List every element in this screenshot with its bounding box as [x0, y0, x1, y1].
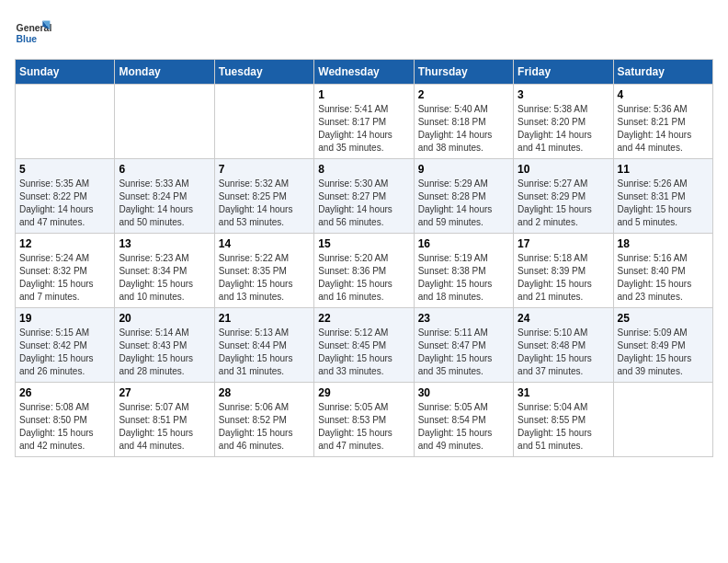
day-of-week-header: Saturday: [613, 60, 712, 85]
day-number: 23: [418, 312, 509, 325]
day-of-week-header: Tuesday: [214, 60, 313, 85]
day-info: Sunrise: 5:06 AM Sunset: 8:52 PM Dayligh…: [219, 401, 310, 453]
day-info: Sunrise: 5:30 AM Sunset: 8:27 PM Dayligh…: [318, 178, 409, 229]
day-info: Sunrise: 5:20 AM Sunset: 8:36 PM Dayligh…: [318, 252, 409, 304]
day-number: 9: [418, 163, 509, 176]
day-info: Sunrise: 5:10 AM Sunset: 8:48 PM Dayligh…: [518, 327, 609, 378]
calendar-day-cell: 23Sunrise: 5:11 AM Sunset: 8:47 PM Dayli…: [414, 308, 513, 383]
day-number: 18: [618, 237, 709, 250]
calendar-day-cell: 16Sunrise: 5:19 AM Sunset: 8:38 PM Dayli…: [414, 234, 513, 308]
day-number: 28: [219, 386, 310, 399]
calendar-week-row: 1Sunrise: 5:41 AM Sunset: 8:17 PM Daylig…: [16, 85, 713, 159]
day-number: 12: [19, 237, 110, 250]
calendar-week-row: 12Sunrise: 5:24 AM Sunset: 8:32 PM Dayli…: [16, 234, 713, 308]
day-info: Sunrise: 5:05 AM Sunset: 8:53 PM Dayligh…: [318, 401, 409, 453]
day-number: 13: [119, 237, 210, 250]
day-info: Sunrise: 5:36 AM Sunset: 8:21 PM Dayligh…: [618, 103, 709, 155]
day-info: Sunrise: 5:11 AM Sunset: 8:47 PM Dayligh…: [418, 327, 509, 378]
calendar-day-cell: 10Sunrise: 5:27 AM Sunset: 8:29 PM Dayli…: [514, 159, 613, 234]
calendar-day-cell: [613, 383, 712, 457]
calendar-day-cell: 9Sunrise: 5:29 AM Sunset: 8:28 PM Daylig…: [414, 159, 513, 234]
calendar-day-cell: 25Sunrise: 5:09 AM Sunset: 8:49 PM Dayli…: [613, 308, 712, 383]
day-number: 17: [518, 237, 609, 250]
day-info: Sunrise: 5:29 AM Sunset: 8:28 PM Dayligh…: [418, 178, 509, 229]
day-number: 30: [418, 386, 509, 399]
day-number: 15: [318, 237, 409, 250]
day-info: Sunrise: 5:23 AM Sunset: 8:34 PM Dayligh…: [119, 252, 210, 304]
calendar-day-cell: 18Sunrise: 5:16 AM Sunset: 8:40 PM Dayli…: [613, 234, 712, 308]
calendar-day-cell: 29Sunrise: 5:05 AM Sunset: 8:53 PM Dayli…: [314, 383, 414, 457]
calendar-day-cell: 22Sunrise: 5:12 AM Sunset: 8:45 PM Dayli…: [314, 308, 414, 383]
day-number: 21: [219, 312, 310, 325]
day-info: Sunrise: 5:26 AM Sunset: 8:31 PM Dayligh…: [618, 178, 709, 229]
calendar-day-cell: 31Sunrise: 5:04 AM Sunset: 8:55 PM Dayli…: [514, 383, 613, 457]
calendar-day-cell: 24Sunrise: 5:10 AM Sunset: 8:48 PM Dayli…: [514, 308, 613, 383]
calendar-day-cell: 4Sunrise: 5:36 AM Sunset: 8:21 PM Daylig…: [613, 85, 712, 159]
day-info: Sunrise: 5:38 AM Sunset: 8:20 PM Dayligh…: [518, 103, 609, 155]
calendar-day-cell: 1Sunrise: 5:41 AM Sunset: 8:17 PM Daylig…: [314, 85, 414, 159]
day-number: 1: [318, 88, 409, 101]
day-of-week-header: Sunday: [16, 60, 115, 85]
calendar-day-cell: 15Sunrise: 5:20 AM Sunset: 8:36 PM Dayli…: [314, 234, 414, 308]
day-info: Sunrise: 5:08 AM Sunset: 8:50 PM Dayligh…: [19, 401, 110, 453]
calendar-day-cell: 13Sunrise: 5:23 AM Sunset: 8:34 PM Dayli…: [115, 234, 214, 308]
day-info: Sunrise: 5:18 AM Sunset: 8:39 PM Dayligh…: [518, 252, 609, 304]
day-number: 5: [19, 163, 110, 176]
calendar-day-cell: 20Sunrise: 5:14 AM Sunset: 8:43 PM Dayli…: [115, 308, 214, 383]
page-header: General Blue: [15, 15, 713, 52]
calendar-day-cell: 12Sunrise: 5:24 AM Sunset: 8:32 PM Dayli…: [16, 234, 115, 308]
calendar-day-cell: 21Sunrise: 5:13 AM Sunset: 8:44 PM Dayli…: [214, 308, 313, 383]
calendar-day-cell: 11Sunrise: 5:26 AM Sunset: 8:31 PM Dayli…: [613, 159, 712, 234]
calendar-day-cell: 19Sunrise: 5:15 AM Sunset: 8:42 PM Dayli…: [16, 308, 115, 383]
day-of-week-header: Thursday: [414, 60, 513, 85]
calendar-table: SundayMondayTuesdayWednesdayThursdayFrid…: [15, 59, 713, 457]
day-info: Sunrise: 5:24 AM Sunset: 8:32 PM Dayligh…: [19, 252, 110, 304]
calendar-day-cell: [16, 85, 115, 159]
day-number: 11: [618, 163, 709, 176]
calendar-day-cell: 5Sunrise: 5:35 AM Sunset: 8:22 PM Daylig…: [16, 159, 115, 234]
calendar-day-cell: 14Sunrise: 5:22 AM Sunset: 8:35 PM Dayli…: [214, 234, 313, 308]
day-info: Sunrise: 5:12 AM Sunset: 8:45 PM Dayligh…: [318, 327, 409, 378]
day-info: Sunrise: 5:27 AM Sunset: 8:29 PM Dayligh…: [518, 178, 609, 229]
day-number: 14: [219, 237, 310, 250]
calendar-day-cell: [115, 85, 214, 159]
day-number: 20: [119, 312, 210, 325]
day-info: Sunrise: 5:19 AM Sunset: 8:38 PM Dayligh…: [418, 252, 509, 304]
calendar-day-cell: 3Sunrise: 5:38 AM Sunset: 8:20 PM Daylig…: [514, 85, 613, 159]
calendar-day-cell: 26Sunrise: 5:08 AM Sunset: 8:50 PM Dayli…: [16, 383, 115, 457]
calendar-week-row: 19Sunrise: 5:15 AM Sunset: 8:42 PM Dayli…: [16, 308, 713, 383]
day-info: Sunrise: 5:22 AM Sunset: 8:35 PM Dayligh…: [219, 252, 310, 304]
day-number: 24: [518, 312, 609, 325]
calendar-week-row: 26Sunrise: 5:08 AM Sunset: 8:50 PM Dayli…: [16, 383, 713, 457]
calendar-week-row: 5Sunrise: 5:35 AM Sunset: 8:22 PM Daylig…: [16, 159, 713, 234]
day-number: 29: [318, 386, 409, 399]
day-info: Sunrise: 5:14 AM Sunset: 8:43 PM Dayligh…: [119, 327, 210, 378]
calendar-day-cell: 27Sunrise: 5:07 AM Sunset: 8:51 PM Dayli…: [115, 383, 214, 457]
day-number: 22: [318, 312, 409, 325]
svg-text:Blue: Blue: [17, 34, 38, 44]
calendar-day-cell: 30Sunrise: 5:05 AM Sunset: 8:54 PM Dayli…: [414, 383, 513, 457]
logo: General Blue: [15, 15, 55, 52]
day-number: 8: [318, 163, 409, 176]
day-info: Sunrise: 5:41 AM Sunset: 8:17 PM Dayligh…: [318, 103, 409, 155]
day-info: Sunrise: 5:35 AM Sunset: 8:22 PM Dayligh…: [19, 178, 110, 229]
calendar-day-cell: 2Sunrise: 5:40 AM Sunset: 8:18 PM Daylig…: [414, 85, 513, 159]
day-info: Sunrise: 5:32 AM Sunset: 8:25 PM Dayligh…: [219, 178, 310, 229]
calendar-day-cell: 6Sunrise: 5:33 AM Sunset: 8:24 PM Daylig…: [115, 159, 214, 234]
calendar-day-cell: 8Sunrise: 5:30 AM Sunset: 8:27 PM Daylig…: [314, 159, 414, 234]
day-info: Sunrise: 5:15 AM Sunset: 8:42 PM Dayligh…: [19, 327, 110, 378]
day-info: Sunrise: 5:05 AM Sunset: 8:54 PM Dayligh…: [418, 401, 509, 453]
day-number: 16: [418, 237, 509, 250]
calendar-day-cell: 28Sunrise: 5:06 AM Sunset: 8:52 PM Dayli…: [214, 383, 313, 457]
day-number: 4: [618, 88, 709, 101]
day-number: 10: [518, 163, 609, 176]
day-of-week-header: Monday: [115, 60, 214, 85]
day-info: Sunrise: 5:07 AM Sunset: 8:51 PM Dayligh…: [119, 401, 210, 453]
day-info: Sunrise: 5:40 AM Sunset: 8:18 PM Dayligh…: [418, 103, 509, 155]
day-number: 6: [119, 163, 210, 176]
day-number: 26: [19, 386, 110, 399]
day-info: Sunrise: 5:04 AM Sunset: 8:55 PM Dayligh…: [518, 401, 609, 453]
day-of-week-header: Friday: [514, 60, 613, 85]
day-number: 3: [518, 88, 609, 101]
calendar-day-cell: 17Sunrise: 5:18 AM Sunset: 8:39 PM Dayli…: [514, 234, 613, 308]
